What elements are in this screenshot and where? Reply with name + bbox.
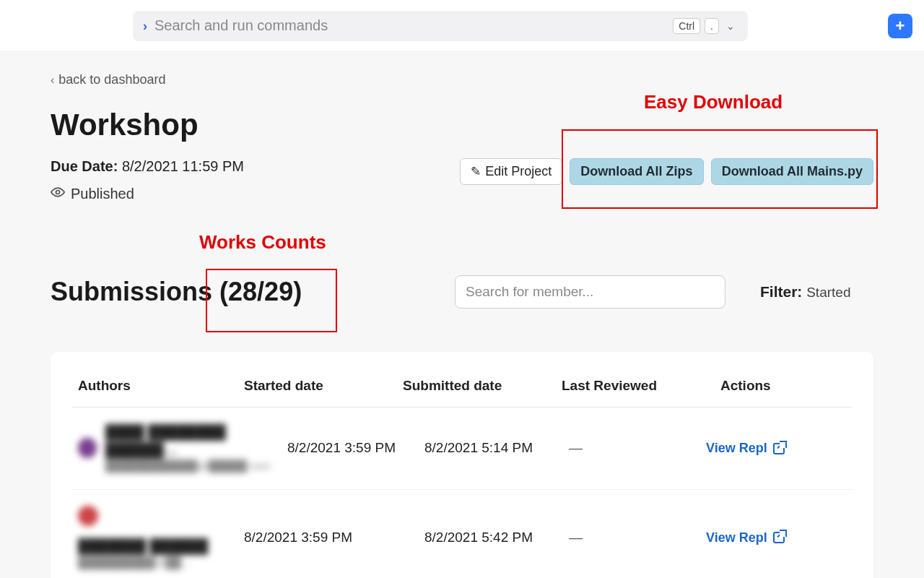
chevron-down-icon[interactable]: ⌄ <box>723 20 738 32</box>
back-label: back to dashboard <box>58 72 165 87</box>
published-status: Published <box>51 185 244 203</box>
svg-point-0 <box>56 191 60 194</box>
edit-project-label: Edit Project <box>485 164 552 179</box>
eye-icon <box>51 185 65 203</box>
annotation-easy-download: Easy Download <box>644 91 783 113</box>
pencil-icon: ✎ <box>471 164 481 179</box>
chevron-left-icon: ‹ <box>51 74 54 87</box>
submitted-cell: 8/2/2021 5:42 PM <box>424 530 569 545</box>
started-cell: 8/2/2021 3:59 PM <box>287 440 424 456</box>
external-link-icon <box>773 532 785 543</box>
filter[interactable]: Filter: Started <box>760 283 850 301</box>
avatar <box>78 506 98 526</box>
table-row: ████ ████████ ██████… ████████████@█████… <box>72 407 852 490</box>
member-search-input[interactable] <box>455 275 725 309</box>
due-date-value: 8/2/2021 11:59 PM <box>122 158 244 174</box>
due-date-label: Due Date: <box>51 158 118 174</box>
avatar <box>78 438 97 458</box>
external-link-icon <box>773 443 785 454</box>
plus-icon: + <box>896 17 905 35</box>
back-to-dashboard-link[interactable]: ‹ back to dashboard <box>51 72 873 87</box>
edit-project-button[interactable]: ✎ Edit Project <box>460 158 562 185</box>
topbar: › Ctrl . ⌄ + <box>0 0 924 52</box>
table-header: Authors Started date Submitted date Last… <box>72 369 852 407</box>
col-submitted: Submitted date <box>403 378 562 394</box>
view-repl-label: View Repl <box>706 530 767 545</box>
reviewed-cell: — <box>569 530 706 545</box>
prompt-caret-icon: › <box>143 20 147 33</box>
col-authors: Authors <box>78 378 244 394</box>
author-name-blurred: ███████ ██████ <box>78 538 208 556</box>
filter-value: Started <box>806 285 850 300</box>
table-row: ███████ ██████ ██████████@██… 8/2/2021 3… <box>72 490 852 578</box>
annotation-works-counts: Works Counts <box>199 231 326 254</box>
submissions-title-text: Submissions <box>51 277 212 306</box>
new-button[interactable]: + <box>888 14 912 38</box>
submissions-header: Submissions (28/29) Filter: Started <box>51 275 873 309</box>
actions-cell: View Repl <box>706 440 846 456</box>
started-cell: 8/2/2021 3:59 PM <box>244 530 424 545</box>
command-search-input[interactable] <box>154 17 666 34</box>
col-actions: Actions <box>720 378 846 394</box>
filter-label: Filter: <box>760 283 802 300</box>
author-name-blurred: ████ ████████ ██████… <box>105 423 287 459</box>
kbd-dot: . <box>705 18 719 34</box>
annotation-box-download <box>562 129 878 209</box>
shortcut-hint: Ctrl . ⌄ <box>673 18 738 34</box>
command-search[interactable]: › Ctrl . ⌄ <box>133 11 748 41</box>
author-email-blurred: ████████████@█████.com <box>105 459 287 473</box>
col-reviewed: Last Reviewed <box>562 378 720 394</box>
author-email-blurred: ██████████@██… <box>78 556 208 570</box>
reviewed-cell: — <box>569 440 706 456</box>
view-repl-label: View Repl <box>706 441 767 456</box>
submitted-cell: 8/2/2021 5:14 PM <box>424 440 569 456</box>
col-started: Started date <box>244 378 403 394</box>
annotation-box-counts <box>206 269 337 332</box>
kbd-ctrl: Ctrl <box>673 18 700 34</box>
view-repl-link[interactable]: View Repl <box>706 441 785 456</box>
author-cell: ████ ████████ ██████… ████████████@█████… <box>78 423 287 473</box>
author-cell: ███████ ██████ ██████████@██… <box>78 506 244 569</box>
published-label: Published <box>71 186 134 202</box>
actions-cell: View Repl <box>706 530 846 545</box>
view-repl-link[interactable]: View Repl <box>706 530 785 545</box>
due-date: Due Date: 8/2/2021 11:59 PM <box>51 158 244 175</box>
submissions-table: Authors Started date Submitted date Last… <box>51 352 873 578</box>
